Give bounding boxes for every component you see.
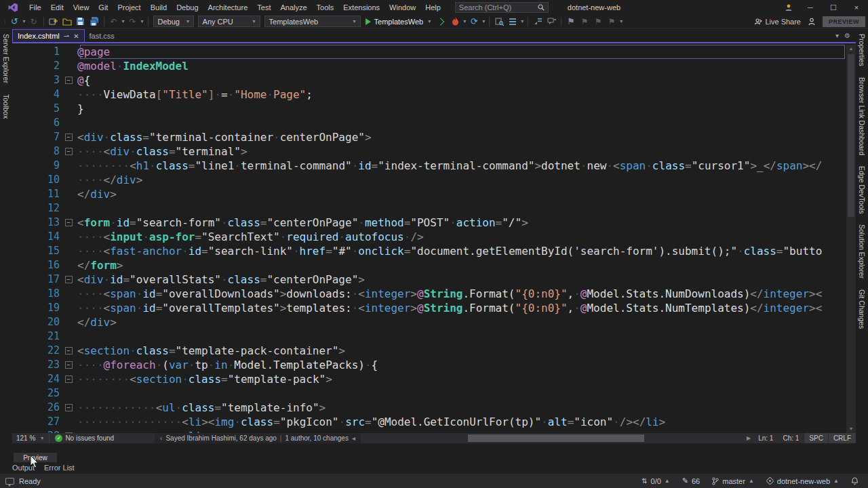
- new-project-icon[interactable]: [47, 16, 60, 28]
- horizontal-scrollbar-thumb[interactable]: [468, 434, 644, 442]
- space-mode-indicator[interactable]: SPC: [804, 433, 828, 443]
- feedback-icon[interactable]: [778, 0, 799, 15]
- pin-tab-icon[interactable]: ⇀: [64, 33, 69, 40]
- fold-collapse-icon[interactable]: −: [60, 219, 77, 226]
- tool-tab-toolbox[interactable]: Toolbox: [0, 89, 12, 124]
- line-indicator[interactable]: Ln: 1: [753, 434, 778, 442]
- code-line-17[interactable]: 17−<div·id="overallStats"·class="centerO…: [12, 272, 846, 287]
- hot-reload-caret[interactable]: ▾: [462, 18, 467, 24]
- tab-list-caret-icon[interactable]: ▾: [835, 32, 839, 39]
- branch-selector[interactable]: master ▲: [712, 477, 754, 485]
- menu-view[interactable]: View: [68, 1, 94, 14]
- fold-collapse-icon[interactable]: −: [60, 404, 77, 411]
- tool-tab-git-changes[interactable]: Git Changes: [856, 284, 868, 334]
- startup-project-dropdown[interactable]: TemplatesWeb▾: [264, 16, 361, 27]
- menu-tools[interactable]: Tools: [312, 1, 339, 14]
- code-line-10[interactable]: 10····</div>: [12, 173, 846, 187]
- line-ending-indicator[interactable]: CRLF: [828, 433, 856, 443]
- code-line-15[interactable]: 15····<fast-anchor·id="search-link"·href…: [12, 244, 846, 258]
- tool-tab-properties[interactable]: Properties: [856, 28, 868, 72]
- navigate-back-icon[interactable]: ↺: [8, 16, 22, 28]
- code-line-1[interactable]: 1@page: [12, 45, 846, 59]
- blame-author[interactable]: Sayed Ibrahim Hashimi, 62 days ago: [165, 434, 276, 442]
- send-feedback-icon[interactable]: [805, 16, 818, 28]
- menu-file[interactable]: File: [24, 1, 46, 14]
- code-line-6[interactable]: 6: [12, 116, 846, 130]
- minimize-button[interactable]: ─: [799, 0, 822, 15]
- scroll-up-icon[interactable]: ▲: [846, 45, 856, 53]
- live-share-button[interactable]: Live Share: [750, 18, 805, 26]
- menu-help[interactable]: Help: [420, 1, 446, 14]
- save-icon[interactable]: [74, 16, 87, 28]
- open-file-icon[interactable]: [60, 16, 74, 28]
- code-line-8[interactable]: 8−····<div·class="terminal">: [12, 144, 846, 159]
- start-debugging-button[interactable]: TemplatesWeb ▾: [363, 18, 435, 26]
- redo-icon[interactable]: ↷: [126, 16, 140, 28]
- menu-analyze[interactable]: Analyze: [275, 1, 311, 14]
- restart-icon[interactable]: ⟳: [467, 16, 481, 28]
- maximize-button[interactable]: ☐: [822, 0, 845, 15]
- fold-collapse-icon[interactable]: −: [60, 134, 77, 141]
- code-line-9[interactable]: 9········<h1·class="line1·terminal-comma…: [12, 159, 846, 173]
- code-line-21[interactable]: 21: [12, 329, 846, 344]
- menu-git[interactable]: Git: [94, 1, 113, 14]
- code-line-2[interactable]: 2@model·IndexModel: [12, 59, 846, 73]
- column-indicator[interactable]: Ch: 1: [778, 434, 804, 442]
- bookmark-next-icon[interactable]: ⚑: [591, 16, 605, 28]
- code-line-20[interactable]: 20</div>: [12, 315, 846, 329]
- preview-features-button[interactable]: PREVIEW: [823, 16, 865, 27]
- code-line-3[interactable]: 3−@{: [12, 73, 846, 87]
- code-line-22[interactable]: 22−<section·class="template-pack-contain…: [12, 344, 846, 358]
- fold-collapse-icon[interactable]: −: [60, 361, 77, 369]
- codelens-blame[interactable]: ‹ Sayed Ibrahim Hashimi, 62 days ago | 1…: [155, 433, 361, 443]
- undo-caret[interactable]: ▾: [121, 18, 126, 24]
- save-all-icon[interactable]: [87, 16, 101, 28]
- code-line-4[interactable]: 4····ViewData["Title"]·=·"Home·Page";: [12, 87, 846, 102]
- scroll-right-icon[interactable]: ▶: [744, 435, 753, 441]
- code-line-14[interactable]: 14····<input·asp-for="SearchText"·requir…: [12, 230, 846, 244]
- document-tab-index.cshtml[interactable]: Index.cshtml⇀✕: [12, 29, 85, 42]
- menu-debug[interactable]: Debug: [172, 1, 203, 14]
- navigate-forward-icon[interactable]: ↻: [27, 16, 41, 28]
- horizontal-scrollbar[interactable]: [361, 433, 744, 443]
- scroll-down-icon[interactable]: ▼: [846, 425, 856, 433]
- fold-collapse-icon[interactable]: −: [60, 77, 77, 84]
- vertical-scrollbar[interactable]: ▲ ▼: [846, 45, 856, 433]
- menu-edit[interactable]: Edit: [46, 1, 68, 14]
- bookmark-prev-icon[interactable]: ⚑: [578, 16, 591, 28]
- bookmark-toggle-icon[interactable]: ⚑: [564, 16, 578, 28]
- comment-icon[interactable]: [545, 16, 558, 28]
- code-line-12[interactable]: 12: [12, 201, 846, 216]
- code-line-13[interactable]: 13−<form·id="search-form"·class="centerO…: [12, 216, 846, 230]
- code-line-23[interactable]: 23−····@foreach·(var·tp·in·Model.Templat…: [12, 358, 846, 372]
- menu-test[interactable]: Test: [252, 1, 275, 14]
- code-line-26[interactable]: 26−············<ul·class="template-info"…: [12, 401, 846, 415]
- redo-caret[interactable]: ▾: [140, 18, 145, 24]
- editor-options-gear-icon[interactable]: ⚙: [844, 32, 850, 39]
- fold-collapse-icon[interactable]: −: [60, 347, 77, 354]
- menu-extensions[interactable]: Extensions: [338, 1, 384, 14]
- fold-collapse-icon[interactable]: −: [60, 148, 77, 155]
- sync-status[interactable]: ⇅ 0/0 ▲: [642, 477, 670, 485]
- panel-tab-error-list[interactable]: Error List: [44, 464, 75, 474]
- code-line-19[interactable]: 19····<span·id="overallTemplates">templa…: [12, 301, 846, 315]
- fold-collapse-icon[interactable]: −: [60, 276, 77, 283]
- bookmark-clear-icon[interactable]: ⚑: [605, 16, 618, 28]
- code-line-5[interactable]: 5}: [12, 102, 846, 116]
- hot-reload-icon[interactable]: [448, 16, 462, 28]
- menu-build[interactable]: Build: [146, 1, 172, 14]
- code-line-11[interactable]: 11</div>: [12, 187, 846, 201]
- configuration-dropdown[interactable]: Debug▾: [153, 16, 194, 27]
- menu-project[interactable]: Project: [113, 1, 145, 14]
- tool-tab-solution-explorer[interactable]: Solution Explorer: [856, 219, 868, 284]
- zoom-selector[interactable]: 121 % ▾: [12, 433, 50, 443]
- document-tab-fast.css[interactable]: fast.css: [85, 29, 119, 42]
- find-in-files-icon[interactable]: [492, 16, 506, 28]
- notifications-bell-icon[interactable]: [851, 477, 859, 485]
- indent-icon[interactable]: [531, 16, 545, 28]
- restart-caret[interactable]: ▾: [481, 18, 486, 24]
- close-button[interactable]: ×: [845, 0, 868, 15]
- blame-changes[interactable]: 1 author, 10 changes: [285, 434, 348, 442]
- tool-tab-edge-devtools[interactable]: Edge DevTools: [856, 161, 868, 220]
- start-without-debugging-icon[interactable]: [435, 16, 448, 28]
